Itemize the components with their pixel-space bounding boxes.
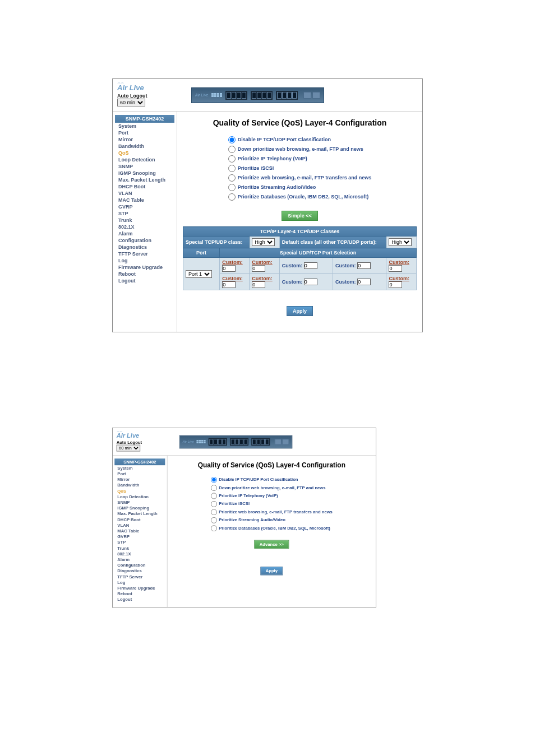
sidebar-item-stp[interactable]: STP <box>114 540 165 545</box>
sidebar-item-snmp[interactable]: SNMP <box>115 163 174 170</box>
custom-input[interactable] <box>304 279 317 285</box>
sidebar-item-diagnostics[interactable]: Diagnostics <box>114 568 165 574</box>
sidebar-item-diagnostics[interactable]: Diagnostics <box>115 244 174 251</box>
sidebar-item-igmp-snooping[interactable]: IGMP Snooping <box>114 505 165 511</box>
auto-logout-label: Auto Logout <box>117 93 147 99</box>
sidebar-item-configuration[interactable]: Configuration <box>115 237 174 244</box>
sidebar-item-system[interactable]: System <box>114 465 165 471</box>
apply-button[interactable]: Apply <box>287 306 313 316</box>
sidebar-item-mirror[interactable]: Mirror <box>115 136 174 143</box>
custom-inline: Custom: <box>333 258 386 274</box>
sidebar-item-alarm[interactable]: Alarm <box>115 230 174 237</box>
custom-input[interactable] <box>357 279 371 285</box>
radio-input[interactable] <box>211 525 217 531</box>
sidebar-list: SystemPortMirrorBandwidthQoSLoop Detecti… <box>115 123 174 284</box>
sidebar-item-logout[interactable]: Logout <box>114 597 165 602</box>
radio-option: Prioritize Databases (Oracle, IBM DB2, S… <box>228 192 371 202</box>
sidebar-item-mac-table[interactable]: MAC Table <box>115 197 174 203</box>
radio-label: Down prioritize web browsing, e-mail, FT… <box>219 485 325 490</box>
sfp-slots <box>303 92 320 99</box>
sidebar-item-igmp-snooping[interactable]: IGMP Snooping <box>115 170 174 177</box>
custom-input[interactable] <box>252 281 265 288</box>
radio-input[interactable] <box>228 146 236 153</box>
logo: ⌢⌢ Air Live <box>117 82 170 92</box>
sidebar-item-log[interactable]: Log <box>114 579 165 585</box>
sidebar-item-port[interactable]: Port <box>115 129 174 136</box>
sidebar-item-mirror[interactable]: Mirror <box>114 477 165 483</box>
radio-input[interactable] <box>211 477 217 483</box>
logo: ⌢⌢ Air Live <box>117 431 162 439</box>
sidebar-item-bandwidth[interactable]: Bandwidth <box>114 483 165 488</box>
radio-label: Prioritize web browsing, e-mail, FTP tra… <box>238 175 371 180</box>
sidebar-item-system[interactable]: System <box>115 123 174 129</box>
radio-input[interactable] <box>228 184 236 191</box>
radio-input[interactable] <box>211 493 217 499</box>
radio-option: Prioritize Streaming Audio/Video <box>228 183 371 192</box>
advance-button[interactable]: Advance >> <box>254 540 289 549</box>
default-class-select[interactable]: High <box>389 238 412 246</box>
radio-input[interactable] <box>228 155 236 163</box>
sidebar: SNMP-GSH2402 SystemPortMirrorBandwidthQo… <box>113 112 177 332</box>
sidebar-item-802-1x[interactable]: 802.1X <box>114 551 165 556</box>
sidebar-item-vlan[interactable]: VLAN <box>114 522 165 528</box>
custom-input[interactable] <box>357 262 371 269</box>
sidebar-item-tftp-server[interactable]: TFTP Server <box>115 251 174 257</box>
sidebar-item-reboot[interactable]: Reboot <box>114 591 165 597</box>
radio-input[interactable] <box>211 501 217 507</box>
radio-input[interactable] <box>211 517 217 523</box>
radio-input[interactable] <box>211 485 217 491</box>
auto-logout-select[interactable]: 60 min <box>117 445 141 452</box>
auto-logout-label: Auto Logout <box>117 440 142 445</box>
sidebar-item-gvrp[interactable]: GVRP <box>115 203 174 210</box>
sidebar-item-qos[interactable]: QoS <box>114 488 165 494</box>
sidebar-item-dhcp-boot[interactable]: DHCP Boot <box>114 517 165 522</box>
radio-input[interactable] <box>228 174 236 182</box>
custom-cell: Custom: <box>220 258 250 274</box>
custom-input[interactable] <box>252 265 265 272</box>
port-group-1 <box>225 91 247 100</box>
custom-input[interactable] <box>304 262 317 269</box>
sidebar-item-trunk[interactable]: Trunk <box>115 217 174 224</box>
port-select[interactable]: Port 1 <box>186 270 212 278</box>
sidebar-item-tftp-server[interactable]: TFTP Server <box>114 574 165 579</box>
radio-input[interactable] <box>228 193 236 201</box>
radio-label: Prioritize IP Telephony (VoIP) <box>238 156 307 161</box>
special-class-select[interactable]: High <box>252 238 275 246</box>
sidebar-item-firmware-upgrade[interactable]: Firmware Upgrade <box>114 585 165 591</box>
sidebar-item-bandwidth[interactable]: Bandwidth <box>115 143 174 150</box>
radio-input[interactable] <box>228 136 236 143</box>
custom-input[interactable] <box>389 265 402 272</box>
sidebar-item-dhcp-boot[interactable]: DHCP Boot <box>115 183 174 190</box>
sidebar-item-logout[interactable]: Logout <box>115 277 174 284</box>
apply-button[interactable]: Apply <box>260 567 283 575</box>
custom-input[interactable] <box>222 281 236 288</box>
sidebar-item-stp[interactable]: STP <box>115 210 174 217</box>
sidebar-item-trunk[interactable]: Trunk <box>114 545 165 551</box>
sidebar-item-max-packet-length[interactable]: Max. Packet Length <box>114 511 165 517</box>
sidebar-item-configuration[interactable]: Configuration <box>114 563 165 568</box>
sidebar-item-qos[interactable]: QoS <box>115 150 174 156</box>
radio-input[interactable] <box>228 165 236 172</box>
auto-logout-select[interactable]: 60 min <box>117 99 145 106</box>
port-group-3 <box>276 91 298 100</box>
logo-text: Air Live <box>117 432 140 439</box>
sidebar-item-mac-table[interactable]: MAC Table <box>114 528 165 534</box>
sidebar-item-loop-detection[interactable]: Loop Detection <box>114 494 165 499</box>
sidebar-item-snmp[interactable]: SNMP <box>114 499 165 505</box>
sidebar-item-firmware-upgrade[interactable]: Firmware Upgrade <box>115 264 174 271</box>
custom-inline: Custom: <box>279 258 333 274</box>
sidebar-item-vlan[interactable]: VLAN <box>115 190 174 197</box>
sidebar-item-max-packet-length[interactable]: Max. Packet Length <box>115 177 174 183</box>
sidebar-item-802-1x[interactable]: 802.1X <box>115 224 174 230</box>
sidebar-item-port[interactable]: Port <box>114 471 165 476</box>
sidebar-item-reboot[interactable]: Reboot <box>115 271 174 277</box>
sidebar-item-log[interactable]: Log <box>115 257 174 264</box>
sidebar-item-gvrp[interactable]: GVRP <box>114 534 165 540</box>
custom-input[interactable] <box>389 281 402 288</box>
radio-label: Prioritize iSCSI <box>219 502 250 507</box>
sidebar-item-alarm[interactable]: Alarm <box>114 556 165 562</box>
sidebar-item-loop-detection[interactable]: Loop Detection <box>115 156 174 163</box>
custom-input[interactable] <box>222 265 236 272</box>
simple-button[interactable]: Simple << <box>282 211 318 221</box>
radio-input[interactable] <box>211 509 217 515</box>
